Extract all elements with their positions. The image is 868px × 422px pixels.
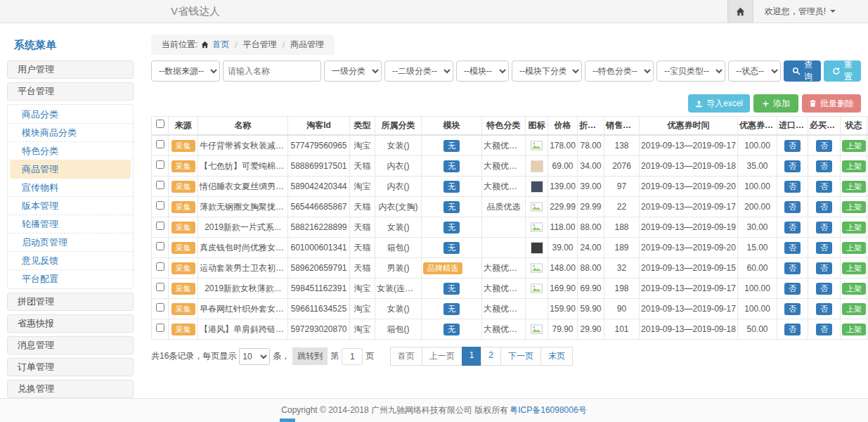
- row-checkbox[interactable]: [156, 303, 164, 312]
- sidebar-group-platform-management[interactable]: 平台管理: [7, 82, 134, 101]
- module-badge[interactable]: 无: [443, 242, 460, 254]
- row-checkbox[interactable]: [156, 324, 164, 332]
- search-button[interactable]: 查询: [784, 60, 821, 82]
- status-badge[interactable]: 上架: [842, 140, 866, 152]
- filter-select-data-source[interactable]: --数据来源--: [151, 60, 220, 82]
- module-badge[interactable]: 品牌精选: [423, 262, 462, 274]
- add-button[interactable]: 添加: [753, 94, 798, 113]
- pager-button-末页[interactable]: 末页: [540, 347, 573, 366]
- imported-toggle-badge[interactable]: 否: [784, 160, 801, 172]
- status-badge[interactable]: 上架: [842, 201, 866, 213]
- must-buy-toggle-badge[interactable]: 否: [816, 160, 832, 172]
- must-buy-toggle-badge[interactable]: 否: [816, 303, 832, 315]
- imported-toggle-badge[interactable]: 否: [784, 303, 801, 315]
- status-badge[interactable]: 上架: [842, 222, 866, 234]
- breadcrumb-item-platform[interactable]: 平台管理: [243, 39, 277, 51]
- sidebar-item-goods-management[interactable]: 商品管理: [10, 160, 131, 179]
- home-button[interactable]: [727, 0, 753, 23]
- must-buy-toggle-badge[interactable]: 否: [816, 324, 832, 335]
- module-badge[interactable]: 无: [443, 283, 460, 295]
- status-badge[interactable]: 上架: [842, 242, 866, 254]
- sidebar-item-platform-config[interactable]: 平台配置: [8, 270, 133, 288]
- user-menu[interactable]: 欢迎您，管理员!: [753, 6, 868, 18]
- sidebar-item-carousel-management[interactable]: 轮播管理: [8, 215, 133, 234]
- status-badge[interactable]: 上架: [842, 283, 866, 295]
- row-checkbox[interactable]: [156, 222, 164, 230]
- status-badge[interactable]: 上架: [842, 324, 866, 335]
- home-icon: [736, 7, 745, 16]
- must-buy-toggle-badge[interactable]: 否: [816, 262, 832, 274]
- row-checkbox[interactable]: [156, 201, 164, 210]
- sidebar-item-feature-category[interactable]: 特色分类: [8, 142, 133, 160]
- must-buy-toggle-badge[interactable]: 否: [816, 181, 832, 193]
- filter-input-name[interactable]: [223, 60, 321, 82]
- imported-toggle-badge[interactable]: 否: [784, 181, 801, 193]
- jump-page-input[interactable]: [342, 348, 363, 365]
- row-checkbox[interactable]: [156, 242, 164, 250]
- sidebar-group-user-management[interactable]: 用户管理: [7, 60, 134, 79]
- filter-select-level2-category[interactable]: --二级分类--: [384, 60, 453, 82]
- imported-toggle-badge[interactable]: 否: [784, 242, 801, 254]
- reset-button[interactable]: 重置: [824, 60, 861, 82]
- must-buy-toggle-badge[interactable]: 否: [816, 283, 832, 295]
- row-checkbox[interactable]: [156, 262, 164, 271]
- status-badge[interactable]: 上架: [842, 303, 866, 315]
- import-excel-button[interactable]: 导入excel: [688, 94, 750, 113]
- cell-sales: 97: [604, 177, 640, 197]
- pager-button-首页[interactable]: 首页: [390, 347, 422, 366]
- filter-select-item-type[interactable]: --宝贝类型--: [656, 60, 725, 82]
- module-badge[interactable]: 无: [443, 160, 460, 172]
- cell-coupon_time: 2019-09-13—2019-09-18: [640, 156, 738, 177]
- sidebar-group-savings-express[interactable]: 省惠快报: [7, 314, 134, 333]
- row-checkbox[interactable]: [156, 181, 164, 189]
- pager-button-下一页[interactable]: 下一页: [500, 347, 541, 366]
- row-checkbox[interactable]: [156, 283, 164, 291]
- sidebar-group-group-buy-management[interactable]: 拼团管理: [7, 293, 134, 311]
- module-badge[interactable]: 无: [443, 303, 460, 315]
- module-badge[interactable]: 无: [443, 181, 460, 193]
- sidebar-item-goods-category[interactable]: 商品分类: [8, 106, 133, 124]
- sidebar-item-version-management[interactable]: 版本管理: [8, 197, 133, 215]
- sidebar-item-module-goods-category[interactable]: 模块商品分类: [8, 124, 133, 142]
- status-badge[interactable]: 上架: [842, 160, 866, 172]
- breadcrumb-home-link[interactable]: 首页: [212, 39, 229, 51]
- imported-toggle-badge[interactable]: 否: [784, 283, 801, 295]
- imported-toggle-badge[interactable]: 否: [784, 324, 801, 335]
- jump-button[interactable]: 跳转到: [292, 347, 328, 365]
- select-all-checkbox[interactable]: [156, 120, 164, 128]
- pager-button-上一页[interactable]: 上一页: [422, 347, 462, 366]
- icp-link[interactable]: 粤ICP备16098006号: [510, 404, 586, 416]
- sidebar-item-feedback[interactable]: 意见反馈: [8, 252, 133, 270]
- cell-module: 品牌精选爱上运动: [422, 258, 482, 279]
- sidebar-group-exchange-management[interactable]: 兑换管理: [7, 380, 134, 398]
- imported-toggle-badge[interactable]: 否: [784, 201, 801, 213]
- filter-select-module-subcategory[interactable]: --模块下分类--: [512, 60, 582, 82]
- sidebar-group-message-management[interactable]: 消息管理: [7, 336, 134, 354]
- filter-select-status[interactable]: --状态--: [728, 60, 781, 82]
- filter-select-level1-category[interactable]: 一级分类: [324, 60, 382, 82]
- imported-toggle-badge[interactable]: 否: [784, 140, 801, 152]
- row-checkbox[interactable]: [156, 160, 164, 169]
- batch-delete-button[interactable]: 批量删除: [802, 94, 861, 113]
- must-buy-toggle-badge[interactable]: 否: [816, 140, 832, 152]
- filter-select-module[interactable]: --模块--: [456, 60, 509, 82]
- module-badge[interactable]: 无: [443, 201, 460, 213]
- per-page-select[interactable]: 10: [239, 348, 270, 365]
- pager-button-1[interactable]: 1: [462, 347, 482, 366]
- status-badge[interactable]: 上架: [842, 181, 866, 193]
- imported-toggle-badge[interactable]: 否: [784, 262, 801, 274]
- imported-toggle-badge[interactable]: 否: [784, 222, 801, 234]
- module-badge[interactable]: 无: [443, 324, 460, 335]
- must-buy-toggle-badge[interactable]: 否: [816, 242, 832, 254]
- pager-button-2[interactable]: 2: [481, 347, 501, 366]
- sidebar-item-promo-materials[interactable]: 宣传物料: [8, 179, 133, 197]
- status-badge[interactable]: 上架: [842, 262, 866, 274]
- sidebar-group-order-management[interactable]: 订单管理: [7, 358, 134, 376]
- must-buy-toggle-badge[interactable]: 否: [816, 201, 832, 213]
- module-badge[interactable]: 无: [443, 222, 460, 234]
- filter-select-feature-category[interactable]: --特色分类--: [585, 60, 654, 82]
- sidebar-item-splash-page-management[interactable]: 启动页管理: [8, 234, 133, 252]
- module-badge[interactable]: 无: [443, 140, 460, 152]
- row-checkbox[interactable]: [156, 140, 164, 148]
- must-buy-toggle-badge[interactable]: 否: [816, 222, 832, 234]
